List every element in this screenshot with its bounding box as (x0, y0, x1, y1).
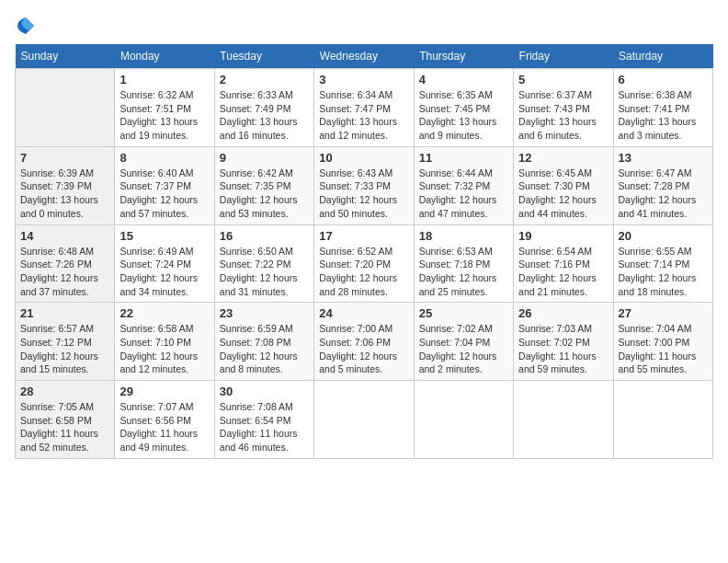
day-number: 15 (119, 229, 209, 243)
day-info: Sunrise: 6:53 AMSunset: 7:18 PMDaylight:… (419, 245, 508, 299)
calendar-cell: 29Sunrise: 7:07 AMSunset: 6:56 PMDayligh… (115, 381, 214, 459)
page-header (15, 15, 713, 37)
weekday-header-row: SundayMondayTuesdayWednesdayThursdayFrid… (16, 44, 713, 69)
day-number: 12 (518, 151, 608, 165)
day-number: 13 (619, 151, 708, 165)
calendar-cell: 1Sunrise: 6:32 AMSunset: 7:51 PMDaylight… (115, 69, 214, 147)
day-number: 22 (119, 306, 209, 320)
day-number: 27 (619, 306, 708, 320)
calendar-table: SundayMondayTuesdayWednesdayThursdayFrid… (15, 44, 713, 459)
day-number: 6 (619, 73, 708, 86)
day-number: 21 (20, 306, 109, 320)
day-info: Sunrise: 7:07 AMSunset: 6:56 PMDaylight:… (119, 400, 209, 454)
day-info: Sunrise: 6:55 AMSunset: 7:14 PMDaylight:… (619, 245, 708, 299)
day-number: 5 (518, 73, 608, 86)
day-number: 25 (419, 306, 508, 320)
weekday-header-tuesday: Tuesday (214, 44, 313, 69)
calendar-cell: 13Sunrise: 6:47 AMSunset: 7:28 PMDayligh… (613, 146, 712, 224)
logo-icon (15, 15, 37, 37)
day-number: 10 (319, 151, 408, 165)
calendar-cell: 17Sunrise: 6:52 AMSunset: 7:20 PMDayligh… (314, 224, 414, 303)
calendar-cell: 28Sunrise: 7:05 AMSunset: 6:58 PMDayligh… (16, 381, 115, 459)
calendar-cell: 23Sunrise: 6:59 AMSunset: 7:08 PMDayligh… (214, 303, 313, 381)
calendar-cell: 14Sunrise: 6:48 AMSunset: 7:26 PMDayligh… (16, 224, 115, 303)
day-info: Sunrise: 6:58 AMSunset: 7:10 PMDaylight:… (119, 322, 209, 376)
day-info: Sunrise: 7:03 AMSunset: 7:02 PMDaylight:… (518, 322, 608, 376)
day-number: 24 (319, 306, 408, 320)
calendar-cell: 19Sunrise: 6:54 AMSunset: 7:16 PMDayligh… (514, 224, 613, 303)
week-row-4: 21Sunrise: 6:57 AMSunset: 7:12 PMDayligh… (16, 303, 713, 381)
calendar-cell: 20Sunrise: 6:55 AMSunset: 7:14 PMDayligh… (613, 224, 712, 303)
weekday-header-monday: Monday (115, 44, 214, 69)
day-number: 29 (119, 385, 209, 398)
calendar-cell: 11Sunrise: 6:44 AMSunset: 7:32 PMDayligh… (414, 146, 513, 224)
day-number: 23 (220, 306, 309, 320)
calendar-cell: 3Sunrise: 6:34 AMSunset: 7:47 PMDaylight… (314, 69, 414, 147)
weekday-header-sunday: Sunday (16, 44, 115, 69)
day-number: 4 (419, 73, 508, 86)
day-number: 14 (20, 229, 109, 243)
day-info: Sunrise: 7:04 AMSunset: 7:00 PMDaylight:… (619, 322, 708, 376)
day-info: Sunrise: 6:52 AMSunset: 7:20 PMDaylight:… (319, 245, 408, 299)
day-number: 30 (220, 385, 309, 398)
day-number: 17 (319, 229, 408, 243)
day-info: Sunrise: 6:50 AMSunset: 7:22 PMDaylight:… (220, 245, 309, 299)
day-number: 1 (119, 73, 209, 86)
logo (15, 15, 40, 37)
calendar-cell: 24Sunrise: 7:00 AMSunset: 7:06 PMDayligh… (314, 303, 414, 381)
day-number: 7 (20, 151, 109, 165)
day-info: Sunrise: 6:47 AMSunset: 7:28 PMDaylight:… (619, 167, 708, 221)
day-info: Sunrise: 7:08 AMSunset: 6:54 PMDaylight:… (220, 400, 309, 454)
calendar-cell: 27Sunrise: 7:04 AMSunset: 7:00 PMDayligh… (613, 303, 712, 381)
day-number: 16 (220, 229, 309, 243)
calendar-cell (613, 381, 712, 459)
calendar-cell: 5Sunrise: 6:37 AMSunset: 7:43 PMDaylight… (514, 69, 613, 147)
calendar-cell: 21Sunrise: 6:57 AMSunset: 7:12 PMDayligh… (16, 303, 115, 381)
day-info: Sunrise: 6:38 AMSunset: 7:41 PMDaylight:… (619, 88, 708, 143)
calendar-cell: 9Sunrise: 6:42 AMSunset: 7:35 PMDaylight… (214, 146, 313, 224)
day-info: Sunrise: 6:35 AMSunset: 7:45 PMDaylight:… (419, 88, 508, 143)
calendar-cell (314, 381, 414, 459)
day-info: Sunrise: 7:05 AMSunset: 6:58 PMDaylight:… (20, 400, 109, 454)
day-number: 9 (220, 151, 309, 165)
calendar-cell: 18Sunrise: 6:53 AMSunset: 7:18 PMDayligh… (414, 224, 513, 303)
calendar-cell: 2Sunrise: 6:33 AMSunset: 7:49 PMDaylight… (214, 69, 313, 147)
day-info: Sunrise: 7:02 AMSunset: 7:04 PMDaylight:… (419, 322, 508, 376)
day-info: Sunrise: 6:39 AMSunset: 7:39 PMDaylight:… (20, 167, 109, 221)
calendar-cell (514, 381, 613, 459)
day-number: 18 (419, 229, 508, 243)
weekday-header-saturday: Saturday (613, 44, 712, 69)
day-info: Sunrise: 6:43 AMSunset: 7:33 PMDaylight:… (319, 167, 408, 221)
calendar-cell: 6Sunrise: 6:38 AMSunset: 7:41 PMDaylight… (613, 69, 712, 147)
day-number: 11 (419, 151, 508, 165)
week-row-2: 7Sunrise: 6:39 AMSunset: 7:39 PMDaylight… (16, 146, 713, 224)
calendar-cell (414, 381, 513, 459)
calendar-cell: 22Sunrise: 6:58 AMSunset: 7:10 PMDayligh… (115, 303, 214, 381)
day-info: Sunrise: 6:44 AMSunset: 7:32 PMDaylight:… (419, 167, 508, 221)
day-number: 2 (220, 73, 309, 86)
day-number: 3 (319, 73, 408, 86)
calendar-cell: 10Sunrise: 6:43 AMSunset: 7:33 PMDayligh… (314, 146, 414, 224)
calendar-cell: 7Sunrise: 6:39 AMSunset: 7:39 PMDaylight… (16, 146, 115, 224)
day-number: 28 (20, 385, 109, 398)
calendar-cell: 25Sunrise: 7:02 AMSunset: 7:04 PMDayligh… (414, 303, 513, 381)
day-info: Sunrise: 6:34 AMSunset: 7:47 PMDaylight:… (319, 88, 408, 143)
day-info: Sunrise: 6:33 AMSunset: 7:49 PMDaylight:… (220, 88, 309, 143)
day-info: Sunrise: 6:42 AMSunset: 7:35 PMDaylight:… (220, 167, 309, 221)
week-row-3: 14Sunrise: 6:48 AMSunset: 7:26 PMDayligh… (16, 224, 713, 303)
calendar-cell: 16Sunrise: 6:50 AMSunset: 7:22 PMDayligh… (214, 224, 313, 303)
day-info: Sunrise: 6:54 AMSunset: 7:16 PMDaylight:… (518, 245, 608, 299)
day-info: Sunrise: 6:59 AMSunset: 7:08 PMDaylight:… (220, 322, 309, 376)
day-number: 19 (518, 229, 608, 243)
weekday-header-thursday: Thursday (414, 44, 513, 69)
weekday-header-friday: Friday (514, 44, 613, 69)
day-info: Sunrise: 6:48 AMSunset: 7:26 PMDaylight:… (20, 245, 109, 299)
day-number: 8 (119, 151, 209, 165)
week-row-1: 1Sunrise: 6:32 AMSunset: 7:51 PMDaylight… (16, 69, 713, 147)
day-info: Sunrise: 6:57 AMSunset: 7:12 PMDaylight:… (20, 322, 109, 376)
calendar-cell: 8Sunrise: 6:40 AMSunset: 7:37 PMDaylight… (115, 146, 214, 224)
day-info: Sunrise: 6:32 AMSunset: 7:51 PMDaylight:… (119, 88, 209, 143)
calendar-cell: 4Sunrise: 6:35 AMSunset: 7:45 PMDaylight… (414, 69, 513, 147)
calendar-cell: 15Sunrise: 6:49 AMSunset: 7:24 PMDayligh… (115, 224, 214, 303)
day-info: Sunrise: 7:00 AMSunset: 7:06 PMDaylight:… (319, 322, 408, 376)
